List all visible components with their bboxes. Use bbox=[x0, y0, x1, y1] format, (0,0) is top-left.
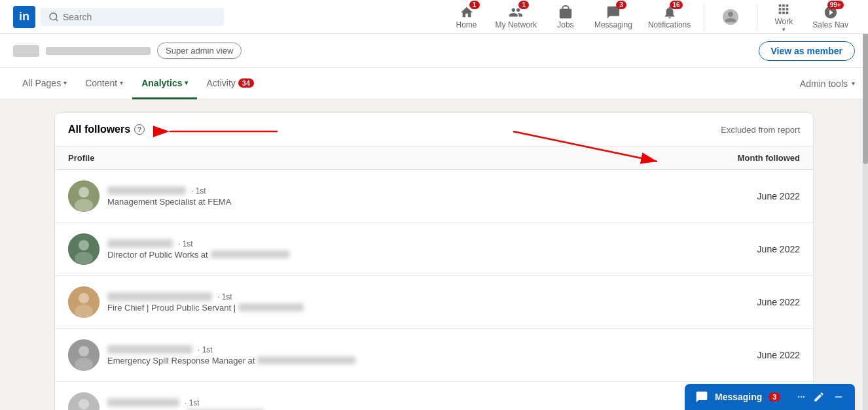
my-network-badge: 1 bbox=[518, 1, 529, 9]
nav-divider bbox=[704, 4, 704, 30]
profile-info: · 1st Management Specialist at FEMA bbox=[107, 186, 231, 207]
table-row[interactable]: · 1st Management Specialist at FEMA June… bbox=[55, 170, 813, 223]
svg-point-7 bbox=[75, 199, 93, 212]
notifications-label: Notifications bbox=[648, 20, 691, 29]
tab-all-pages-label: All Pages bbox=[22, 78, 61, 88]
org-avatar bbox=[13, 45, 39, 57]
home-label: Home bbox=[456, 20, 477, 29]
tab-content-label: Content bbox=[85, 78, 117, 88]
avatar bbox=[68, 392, 99, 410]
svg-point-10 bbox=[75, 252, 93, 265]
messaging-bar-badge: 3 bbox=[769, 392, 780, 401]
nav-home[interactable]: 1 Home bbox=[447, 5, 486, 29]
messaging-bar[interactable]: Messaging 3 ··· bbox=[685, 384, 855, 410]
search-input[interactable] bbox=[63, 12, 216, 22]
month-followed: June 2022 bbox=[669, 244, 800, 254]
table-row[interactable]: · 1st Emergency Spill Response Manager a… bbox=[55, 329, 813, 382]
work-label: Work bbox=[774, 17, 793, 26]
chevron-down-icon: ▾ bbox=[852, 80, 855, 87]
tab-analytics[interactable]: Analytics ▾ bbox=[132, 69, 197, 99]
search-bar[interactable] bbox=[41, 8, 224, 26]
profile-title: Emergency Spill Response Manager at bbox=[107, 356, 255, 366]
connection-badge: · 1st bbox=[185, 398, 200, 407]
my-network-label: My Network bbox=[496, 20, 537, 29]
svg-point-15 bbox=[79, 346, 89, 356]
chevron-down-icon: ▾ bbox=[185, 79, 188, 86]
super-admin-badge[interactable]: Super admin view bbox=[157, 43, 242, 59]
help-icon[interactable]: ? bbox=[134, 124, 145, 135]
followers-header: All followers ? Excluded from report bbox=[55, 113, 813, 146]
admin-tools[interactable]: Admin tools ▾ bbox=[800, 78, 855, 89]
search-icon bbox=[48, 12, 59, 22]
profile-info: · 1st Director of Public Works at bbox=[107, 239, 289, 260]
compose-icon[interactable] bbox=[813, 391, 825, 403]
followers-title: All followers ? bbox=[68, 124, 145, 135]
table-row[interactable]: · 1st Fire Chief | Proud Public Servant … bbox=[55, 276, 813, 329]
connection-badge: · 1st bbox=[191, 186, 206, 196]
table-row[interactable]: · 1st Director of Public Works at June 2… bbox=[55, 223, 813, 276]
avatar bbox=[68, 233, 99, 265]
nav-avatar[interactable] bbox=[711, 9, 750, 25]
connection-badge: · 1st bbox=[217, 292, 232, 301]
grid-icon bbox=[776, 2, 791, 16]
org-info: Super admin view bbox=[13, 43, 748, 59]
second-bar: Super admin view View as member bbox=[0, 34, 868, 68]
profile-cell: · 1st City Administrator at bbox=[68, 392, 669, 410]
profile-info: · 1st Emergency Spill Response Manager a… bbox=[107, 345, 355, 366]
activity-badge: 34 bbox=[238, 78, 254, 88]
nav-work[interactable]: Work ▾ bbox=[764, 1, 803, 33]
nav-jobs[interactable]: Jobs bbox=[546, 5, 585, 29]
month-followed: June 2022 bbox=[669, 191, 800, 201]
nav-my-network[interactable]: 1 My Network bbox=[489, 5, 543, 29]
messaging-bar-label: Messaging bbox=[715, 392, 762, 402]
admin-tools-label: Admin tools bbox=[800, 78, 848, 89]
notifications-badge: 16 bbox=[670, 1, 682, 9]
month-followed: June 2022 bbox=[669, 350, 800, 360]
main-content: All followers ? Excluded from report Pro… bbox=[41, 99, 827, 410]
svg-point-9 bbox=[79, 240, 89, 250]
nav-notifications[interactable]: 16 Notifications bbox=[642, 5, 697, 29]
linkedin-logo[interactable]: in bbox=[13, 6, 35, 28]
profile-name bbox=[107, 239, 173, 248]
tab-activity-label: Activity bbox=[206, 78, 235, 88]
home-badge: 1 bbox=[469, 1, 480, 9]
profile-cell: · 1st Emergency Spill Response Manager a… bbox=[68, 339, 669, 371]
minimize-icon[interactable] bbox=[833, 391, 844, 403]
avatar bbox=[68, 286, 99, 318]
profile-title: Management Specialist at FEMA bbox=[107, 197, 231, 207]
month-followed: June 2022 bbox=[669, 297, 800, 307]
tab-analytics-label: Analytics bbox=[141, 78, 182, 88]
svg-point-16 bbox=[75, 358, 93, 371]
more-options-icon[interactable]: ··· bbox=[797, 392, 805, 402]
followers-card: All followers ? Excluded from report Pro… bbox=[54, 112, 814, 410]
tab-bar: All Pages ▾ Content ▾ Analytics ▾ Activi… bbox=[0, 68, 868, 99]
column-month-followed: Month followed bbox=[669, 153, 800, 163]
user-avatar bbox=[723, 9, 738, 25]
chevron-down-icon: ▾ bbox=[63, 79, 67, 86]
svg-point-0 bbox=[50, 13, 57, 20]
scrollbar-track[interactable] bbox=[863, 0, 868, 410]
view-as-member-button[interactable]: View as member bbox=[759, 41, 855, 61]
sales-nav-badge: 99+ bbox=[827, 1, 844, 9]
nav-items: 1 Home 1 My Network Jobs bbox=[447, 1, 855, 33]
jobs-icon bbox=[558, 5, 573, 20]
table-header: Profile Month followed bbox=[55, 146, 813, 170]
avatar bbox=[68, 339, 99, 371]
tab-content[interactable]: Content ▾ bbox=[76, 69, 132, 99]
profile-info: · 1st City Administrator at bbox=[107, 398, 264, 411]
nav-messaging[interactable]: 3 Messaging bbox=[588, 5, 639, 29]
profile-title: Director of Public Works at bbox=[107, 250, 208, 260]
connection-badge: · 1st bbox=[178, 239, 193, 248]
connection-badge: · 1st bbox=[198, 345, 213, 354]
column-profile: Profile bbox=[68, 153, 669, 163]
sales-nav-label: Sales Nav bbox=[812, 20, 848, 29]
tab-all-pages[interactable]: All Pages ▾ bbox=[13, 69, 76, 99]
messaging-bar-icon bbox=[695, 390, 708, 403]
tab-activity[interactable]: Activity 34 bbox=[197, 69, 263, 99]
profile-title: Fire Chief | Proud Public Servant | bbox=[107, 303, 236, 313]
svg-point-6 bbox=[79, 187, 89, 197]
chevron-down-icon: ▾ bbox=[120, 79, 123, 86]
nav-sales-nav[interactable]: 99+ Sales Nav bbox=[806, 5, 855, 29]
svg-point-13 bbox=[75, 305, 93, 318]
followers-title-text: All followers bbox=[68, 124, 130, 135]
